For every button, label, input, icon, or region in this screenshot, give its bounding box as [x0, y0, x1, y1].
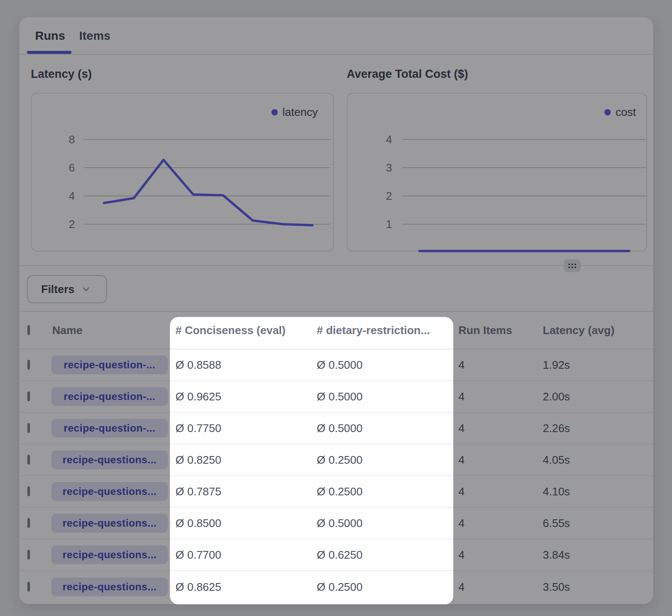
- y-axis-tick-label: 4: [386, 133, 392, 146]
- conciseness-score-cell: Ø 0.8250: [175, 453, 317, 467]
- table-row[interactable]: recipe-question-... Ø 0.9625 Ø 0.5000 4 …: [19, 381, 653, 413]
- column-header-run-items[interactable]: Run Items: [458, 324, 543, 337]
- run-name-badge[interactable]: recipe-questions...: [51, 450, 168, 469]
- table-body: recipe-question-... Ø 0.8588 Ø 0.5000 4 …: [19, 349, 653, 603]
- run-name-badge[interactable]: recipe-question-...: [51, 355, 168, 374]
- latency-chart-title: Latency (s): [31, 68, 92, 81]
- filters-button[interactable]: Filters: [27, 275, 107, 303]
- dashboard-card: Runs Items Latency (s) Average Total Cos…: [19, 17, 653, 604]
- run-items-cell: 4: [458, 517, 543, 530]
- latency-avg-cell: 4.10s: [543, 485, 653, 498]
- run-items-cell: 4: [458, 422, 543, 435]
- table-row[interactable]: recipe-question-... Ø 0.7750 Ø 0.5000 4 …: [19, 413, 653, 444]
- conciseness-score-cell: Ø 0.8588: [175, 358, 317, 372]
- dietary-restriction-score-cell: Ø 0.2500: [317, 580, 458, 594]
- chevron-down-icon: [80, 284, 92, 295]
- latency-avg-cell: 2.00s: [543, 390, 653, 403]
- grip-dots-icon: [568, 262, 577, 269]
- latency-avg-cell: 3.84s: [543, 548, 653, 562]
- filters-button-label: Filters: [41, 283, 74, 296]
- y-axis-tick-label: 8: [69, 133, 75, 146]
- column-header-latency-avg[interactable]: Latency (avg): [543, 324, 653, 337]
- run-name-badge[interactable]: recipe-questions...: [51, 482, 168, 501]
- row-checkbox[interactable]: [27, 455, 30, 465]
- cost-chart-title: Average Total Cost ($): [347, 68, 468, 81]
- tab-runs[interactable]: Runs: [35, 29, 65, 43]
- latency-legend-label: latency: [282, 106, 318, 119]
- table-row[interactable]: recipe-questions... Ø 0.7700 Ø 0.6250 4 …: [19, 539, 653, 571]
- row-checkbox[interactable]: [27, 360, 30, 370]
- run-items-cell: 4: [458, 580, 543, 594]
- cost-legend-dot: [604, 109, 611, 116]
- table-row[interactable]: recipe-questions... Ø 0.8250 Ø 0.2500 4 …: [19, 444, 653, 476]
- cost-chart-canvas: 4321: [347, 93, 647, 252]
- dietary-restriction-score-cell: Ø 0.5000: [317, 517, 458, 530]
- latency-avg-cell: 1.92s: [543, 358, 653, 372]
- run-name-badge[interactable]: recipe-questions...: [51, 578, 168, 596]
- table-row[interactable]: recipe-question-... Ø 0.8588 Ø 0.5000 4 …: [19, 349, 653, 381]
- tab-items[interactable]: Items: [79, 29, 110, 43]
- column-header-dietary-restriction[interactable]: # dietary-restriction...: [317, 324, 458, 337]
- row-checkbox[interactable]: [27, 518, 30, 528]
- row-checkbox[interactable]: [27, 391, 30, 401]
- column-header-name[interactable]: Name: [52, 324, 175, 337]
- table-row[interactable]: recipe-questions... Ø 0.7875 Ø 0.2500 4 …: [19, 476, 653, 508]
- conciseness-score-cell: Ø 0.7750: [175, 422, 317, 435]
- y-axis-tick-label: 2: [386, 190, 392, 202]
- select-all-checkbox[interactable]: [27, 325, 30, 335]
- runs-table: Name # Conciseness (eval) # dietary-rest…: [19, 311, 653, 603]
- latency-avg-cell: 4.05s: [543, 453, 653, 467]
- dietary-restriction-score-cell: Ø 0.2500: [317, 453, 458, 467]
- y-axis-tick-label: 2: [69, 218, 75, 231]
- dietary-restriction-score-cell: Ø 0.5000: [317, 422, 458, 435]
- run-name-badge[interactable]: recipe-question-...: [51, 419, 168, 438]
- panel-resize-handle[interactable]: [564, 259, 581, 272]
- active-tab-indicator: [27, 51, 71, 54]
- conciseness-score-cell: Ø 0.7875: [175, 485, 317, 498]
- column-header-conciseness[interactable]: # Conciseness (eval): [175, 324, 317, 337]
- tab-bar: Runs Items: [19, 17, 653, 55]
- row-checkbox[interactable]: [27, 486, 30, 496]
- conciseness-score-cell: Ø 0.8625: [175, 580, 317, 594]
- cost-legend-label: cost: [616, 106, 636, 119]
- table-row[interactable]: recipe-questions... Ø 0.8500 Ø 0.5000 4 …: [19, 508, 653, 539]
- conciseness-score-cell: Ø 0.9625: [175, 390, 317, 403]
- conciseness-score-cell: Ø 0.7700: [175, 548, 317, 562]
- latency-avg-cell: 6.55s: [543, 517, 653, 530]
- latency-legend-dot: [271, 109, 278, 116]
- latency-chart: 8642 latency: [31, 93, 334, 252]
- conciseness-score-cell: Ø 0.8500: [175, 517, 317, 530]
- y-axis-tick-label: 6: [69, 161, 75, 174]
- run-name-badge[interactable]: recipe-questions...: [51, 545, 168, 564]
- latency-avg-cell: 3.50s: [543, 580, 653, 594]
- run-items-cell: 4: [458, 453, 543, 467]
- table-row[interactable]: recipe-questions... Ø 0.8625 Ø 0.2500 4 …: [19, 571, 653, 603]
- run-items-cell: 4: [458, 390, 543, 403]
- latency-avg-cell: 2.26s: [543, 422, 653, 435]
- row-checkbox[interactable]: [27, 423, 30, 433]
- panel-divider: [19, 265, 653, 266]
- dietary-restriction-score-cell: Ø 0.5000: [317, 390, 458, 403]
- cost-chart: 4321 cost: [347, 93, 647, 252]
- run-items-cell: 4: [458, 485, 543, 498]
- cost-legend: cost: [604, 106, 636, 119]
- run-items-cell: 4: [458, 358, 543, 372]
- run-name-badge[interactable]: recipe-question-...: [51, 387, 168, 406]
- run-items-cell: 4: [458, 548, 543, 562]
- latency-line: [104, 160, 312, 225]
- row-checkbox[interactable]: [27, 550, 30, 560]
- latency-legend: latency: [271, 106, 318, 119]
- y-axis-tick-label: 3: [386, 161, 392, 174]
- row-checkbox[interactable]: [27, 582, 30, 592]
- dietary-restriction-score-cell: Ø 0.2500: [317, 485, 458, 498]
- dietary-restriction-score-cell: Ø 0.6250: [317, 548, 458, 562]
- eval-dashboard: { "tabs": { "items": [ { "label": "Runs"…: [0, 0, 672, 616]
- dietary-restriction-score-cell: Ø 0.5000: [317, 358, 458, 372]
- y-axis-tick-label: 1: [386, 218, 392, 231]
- table-header-row: Name # Conciseness (eval) # dietary-rest…: [19, 312, 653, 349]
- run-name-badge[interactable]: recipe-questions...: [51, 514, 168, 533]
- y-axis-tick-label: 4: [69, 190, 75, 202]
